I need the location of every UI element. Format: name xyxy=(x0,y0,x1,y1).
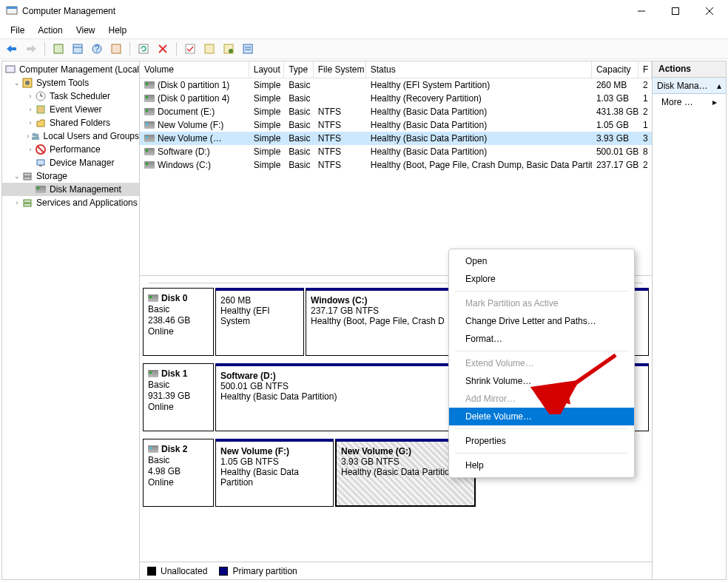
menu-open[interactable]: Open xyxy=(449,252,634,270)
tool-view-icon[interactable] xyxy=(69,41,87,57)
tree-storage[interactable]: ⌄Storage xyxy=(2,169,139,183)
volume-row[interactable]: (Disk 0 partition 4)SimpleBasicHealthy (… xyxy=(140,92,652,105)
menu-shrink-volume[interactable]: Shrink Volume… xyxy=(449,372,634,390)
volume-row[interactable]: New Volume (…SimpleBasicNTFSHealthy (Bas… xyxy=(140,132,652,145)
collapse-icon: ▴ xyxy=(717,81,721,91)
maximize-button[interactable] xyxy=(658,0,692,22)
tree-services-apps[interactable]: ›Services and Applications xyxy=(2,196,139,209)
svg-rect-38 xyxy=(24,173,31,176)
volume-list-header: Volume Layout Type File System Status Ca… xyxy=(140,61,652,78)
disk-label[interactable]: Disk 1 Basic931.39 GBOnline xyxy=(143,363,214,431)
actions-pane: Actions Disk Mana…▴ More …▸ xyxy=(652,61,726,579)
tree-root[interactable]: Computer Management (Local xyxy=(2,63,139,76)
tree-device-manager[interactable]: Device Manager xyxy=(2,156,139,169)
window-title: Computer Management xyxy=(22,6,624,16)
col-volume[interactable]: Volume xyxy=(140,61,249,78)
volume-row[interactable]: New Volume (F:)SimpleBasicNTFSHealthy (B… xyxy=(140,118,652,132)
col-type[interactable]: Type xyxy=(284,61,314,78)
col-capacity[interactable]: Capacity xyxy=(592,61,638,78)
drive-icon xyxy=(144,161,155,169)
tree-task-scheduler[interactable]: ›Task Scheduler xyxy=(2,90,139,103)
svg-rect-30 xyxy=(37,106,44,113)
tree-local-users[interactable]: ›Local Users and Groups xyxy=(2,129,139,143)
tree-event-viewer[interactable]: ›Event Viewer xyxy=(2,103,139,116)
expander-expand-icon[interactable]: › xyxy=(26,92,35,100)
tool-help-icon[interactable]: ? xyxy=(88,41,106,57)
menu-file[interactable]: File xyxy=(4,24,30,37)
actions-section[interactable]: Disk Mana…▴ xyxy=(653,78,726,94)
svg-rect-37 xyxy=(39,165,42,166)
svg-rect-24 xyxy=(6,66,15,73)
menu-extend-volume: Extend Volume… xyxy=(449,354,634,372)
svg-rect-3 xyxy=(673,8,679,15)
tree-system-tools[interactable]: ⌄System Tools xyxy=(2,76,139,90)
svg-line-35 xyxy=(37,146,44,153)
menu-format[interactable]: Format… xyxy=(449,330,634,348)
svg-rect-7 xyxy=(27,47,33,50)
tree-performance[interactable]: ›Performance xyxy=(2,143,139,156)
drive-icon xyxy=(144,121,155,129)
volume-row[interactable]: Software (D:)SimpleBasicNTFSHealthy (Bas… xyxy=(140,145,652,158)
svg-point-26 xyxy=(25,81,30,85)
chevron-right-icon: ▸ xyxy=(712,97,717,107)
minimize-button[interactable] xyxy=(624,0,658,22)
back-button[interactable] xyxy=(3,41,21,57)
svg-rect-39 xyxy=(24,177,31,180)
menu-change-letter[interactable]: Change Drive Letter and Paths… xyxy=(449,312,634,330)
svg-rect-8 xyxy=(54,44,63,53)
context-menu: Open Explore Mark Partition as Active Ch… xyxy=(448,249,635,478)
menu-view[interactable]: View xyxy=(70,24,101,37)
expander-expand-icon[interactable]: › xyxy=(26,106,35,113)
menu-explore[interactable]: Explore xyxy=(449,270,634,288)
col-free[interactable]: F xyxy=(638,61,652,78)
menu-delete-volume[interactable]: Delete Volume… xyxy=(449,408,634,425)
svg-rect-18 xyxy=(205,44,214,53)
volume-row[interactable]: (Disk 0 partition 1)SimpleBasicHealthy (… xyxy=(140,78,652,92)
disk-label[interactable]: Disk 0 Basic238.46 GBOnline xyxy=(143,288,214,356)
tool-refresh-icon[interactable] xyxy=(135,41,152,57)
tool-list-icon[interactable] xyxy=(239,41,257,57)
tool-delete-icon[interactable] xyxy=(154,41,172,57)
expander-expand-icon[interactable]: › xyxy=(13,199,21,206)
volume-list[interactable]: Volume Layout Type File System Status Ca… xyxy=(140,61,652,276)
col-layout[interactable]: Layout xyxy=(249,61,284,78)
tool-eject-icon[interactable] xyxy=(200,41,218,57)
tool-mount-icon[interactable] xyxy=(220,41,237,57)
svg-rect-6 xyxy=(10,47,16,50)
expander-collapse-icon[interactable]: ⌄ xyxy=(13,79,21,87)
volume-row[interactable]: Windows (C:)SimpleBasicNTFSHealthy (Boot… xyxy=(140,158,652,172)
actions-header: Actions xyxy=(653,61,726,78)
menu-properties[interactable]: Properties xyxy=(449,432,634,450)
console-tree[interactable]: Computer Management (Local ⌄System Tools… xyxy=(2,61,140,579)
close-button[interactable] xyxy=(692,0,727,22)
expander-expand-icon[interactable]: › xyxy=(26,119,35,127)
legend: Unallocated Primary partition xyxy=(140,562,652,579)
disk-label[interactable]: Disk 2 Basic4.98 GBOnline xyxy=(143,439,214,507)
svg-rect-41 xyxy=(24,203,31,206)
tool-settings-icon[interactable] xyxy=(107,41,125,57)
svg-point-32 xyxy=(35,134,38,138)
tool-check-icon[interactable] xyxy=(181,41,199,57)
menu-help[interactable]: Help xyxy=(449,456,634,474)
expander-expand-icon[interactable]: › xyxy=(26,146,35,153)
toolbar: ? xyxy=(0,38,728,59)
svg-rect-14 xyxy=(139,44,148,53)
col-status[interactable]: Status xyxy=(366,61,592,78)
partition[interactable]: 260 MBHealthy (EFI System xyxy=(215,288,304,356)
tree-shared-folders[interactable]: ›Shared Folders xyxy=(2,116,139,129)
volume-row[interactable]: Document (E:)SimpleBasicNTFSHealthy (Bas… xyxy=(140,105,652,118)
disk-icon xyxy=(148,370,158,377)
menu-action[interactable]: Action xyxy=(32,24,68,37)
menu-help[interactable]: Help xyxy=(103,24,133,37)
svg-rect-40 xyxy=(24,200,31,203)
partition[interactable]: New Volume (F:)1.05 GB NTFSHealthy (Basi… xyxy=(215,439,334,507)
actions-more[interactable]: More …▸ xyxy=(653,94,726,110)
forward-button[interactable] xyxy=(22,41,40,57)
tool-properties-icon[interactable] xyxy=(50,41,67,57)
svg-rect-21 xyxy=(243,44,252,53)
menu-bar: File Action View Help xyxy=(0,22,728,38)
expander-collapse-icon[interactable]: ⌄ xyxy=(13,172,21,180)
tree-disk-management[interactable]: Disk Management xyxy=(2,183,139,196)
col-filesystem[interactable]: File System xyxy=(314,61,366,78)
disk-icon xyxy=(148,445,158,453)
